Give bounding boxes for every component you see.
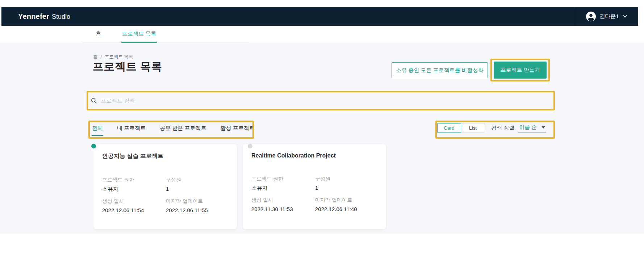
- sort-selected-value: 이름 순: [519, 124, 537, 131]
- field-members: 구성원 1: [166, 177, 228, 193]
- nav-tab-strip: 홈 프로젝트 목록: [83, 26, 249, 43]
- field-updated: 마지막 업데이트 2022.12.06 11:55: [166, 198, 228, 213]
- search-bar: [91, 93, 551, 108]
- project-card[interactable]: Realtime Collaboration Project 프로젝트 권한 소…: [243, 144, 386, 229]
- nav-tab-bar: 홈 프로젝트 목록: [1, 26, 638, 43]
- field-created: 생성 일시 2022.11.30 11:53: [251, 197, 315, 212]
- search-input[interactable]: [100, 97, 551, 104]
- filter-tab-all-label: 전체: [92, 125, 103, 132]
- status-dot-active-icon: [91, 144, 96, 148]
- field-updated: 마지막 업데이트 2022.12.06 11:40: [315, 197, 377, 212]
- field-value: 2022.12.06 11:54: [102, 207, 166, 213]
- filter-tab-active-projects-label: 활성 프로젝트: [221, 125, 255, 132]
- project-card-fields: 프로젝트 권한 소유자 구성원 1 생성 일시 2022.11.30 11:53…: [251, 176, 377, 212]
- field-label: 구성원: [166, 177, 228, 183]
- filter-tab-active-projects[interactable]: 활성 프로젝트: [220, 122, 255, 136]
- field-label: 마지막 업데이트: [315, 197, 377, 203]
- field-label: 프로젝트 권한: [102, 177, 166, 183]
- logo-product-text: Studio: [52, 13, 70, 21]
- field-value: 2022.11.30 11:53: [251, 206, 315, 212]
- user-name: 김다운1: [599, 13, 619, 20]
- project-card[interactable]: 인공지능 실습 프로젝트 프로젝트 권한 소유자 구성원 1 생성 일시 202…: [93, 144, 237, 229]
- sort-caret-icon: [541, 126, 545, 129]
- project-card-fields: 프로젝트 권한 소유자 구성원 1 생성 일시 2022.12.06 11:54…: [102, 177, 228, 213]
- nav-tab-project-list-label: 프로젝트 목록: [122, 30, 156, 37]
- field-label: 생성 일시: [102, 198, 166, 205]
- nav-tab-home[interactable]: 홈: [95, 26, 102, 43]
- field-created: 생성 일시 2022.12.06 11:54: [102, 198, 166, 213]
- deactivate-all-projects-button[interactable]: 소유 중인 모든 프로젝트를 비활성화: [392, 62, 488, 78]
- field-value: 2022.12.06 11:40: [315, 206, 377, 212]
- field-value: 1: [166, 186, 228, 192]
- sort-label: 검색 정렬: [491, 125, 514, 131]
- field-label: 프로젝트 권한: [251, 176, 315, 182]
- field-label: 구성원: [315, 176, 377, 182]
- chevron-down-icon: [623, 15, 627, 18]
- create-project-button[interactable]: 프로젝트 만들기: [494, 62, 547, 79]
- sort-dropdown[interactable]: 이름 순: [518, 123, 546, 133]
- filter-tab-shared-projects-label: 공유 받은 프로젝트: [160, 125, 206, 132]
- field-label: 마지막 업데이트: [166, 198, 228, 205]
- status-dot-inactive-icon: [248, 144, 252, 148]
- page-title: 프로젝트 목록: [93, 59, 162, 74]
- user-menu[interactable]: 김다운1: [575, 7, 638, 26]
- project-card-title: 인공지능 실습 프로젝트: [102, 152, 228, 160]
- search-icon: [91, 98, 97, 104]
- content-area: 홈 / 프로젝트 목록 프로젝트 목록 소유 중인 모든 프로젝트를 비활성화 …: [0, 43, 644, 234]
- nav-tab-home-label: 홈: [96, 30, 101, 37]
- breadcrumb-separator: /: [101, 55, 102, 60]
- field-value: 1: [315, 185, 377, 191]
- filter-tab-my-projects-label: 내 프로젝트: [117, 125, 146, 132]
- list-view-button[interactable]: List: [461, 123, 485, 133]
- filter-tabs: 전체 내 프로젝트 공유 받은 프로젝트 활성 프로젝트: [92, 122, 255, 136]
- filter-tab-my-projects[interactable]: 내 프로젝트: [117, 122, 146, 136]
- project-card-title: Realtime Collaboration Project: [251, 152, 377, 159]
- field-value: 2022.12.06 11:55: [166, 207, 228, 213]
- field-members: 구성원 1: [315, 176, 377, 192]
- field-permission: 프로젝트 권한 소유자: [251, 176, 315, 192]
- field-value: 소유자: [102, 186, 166, 193]
- field-value: 소유자: [251, 185, 315, 192]
- nav-tab-project-list[interactable]: 프로젝트 목록: [121, 26, 157, 43]
- field-label: 생성 일시: [251, 197, 315, 203]
- field-permission: 프로젝트 권한 소유자: [102, 177, 166, 193]
- card-view-button[interactable]: Card: [437, 123, 461, 133]
- filter-tab-shared-projects[interactable]: 공유 받은 프로젝트: [159, 122, 206, 136]
- app-logo: Yennefer Studio: [18, 12, 70, 21]
- filter-tab-all[interactable]: 전체: [92, 122, 103, 136]
- logo-brand-text: Yennefer: [18, 12, 49, 21]
- user-avatar-icon: [586, 12, 596, 21]
- app-header: Yennefer Studio 김다운1: [1, 7, 638, 26]
- page: Yennefer Studio 김다운1 홈 프로젝트 목록: [0, 0, 644, 269]
- view-controls: Card List 검색 정렬 이름 순: [437, 123, 546, 133]
